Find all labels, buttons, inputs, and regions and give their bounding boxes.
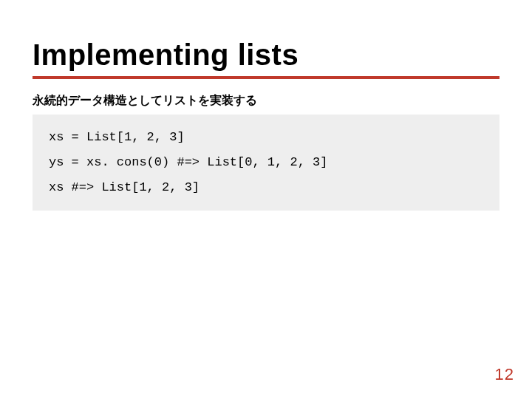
code-line: xs = List[1, 2, 3] xyxy=(49,125,488,150)
slide-title: Implementing lists xyxy=(33,38,499,72)
code-line: xs #=> List[1, 2, 3] xyxy=(49,175,488,200)
code-block: xs = List[1, 2, 3]ys = xs. cons(0) #=> L… xyxy=(33,115,499,211)
title-underline xyxy=(33,76,499,79)
code-line: ys = xs. cons(0) #=> List[0, 1, 2, 3] xyxy=(49,150,488,175)
page-number: 12 xyxy=(495,365,514,384)
slide: Implementing lists 永続的データ構造としてリストを実装する x… xyxy=(0,0,532,399)
slide-subtitle: 永続的データ構造としてリストを実装する xyxy=(33,92,499,109)
